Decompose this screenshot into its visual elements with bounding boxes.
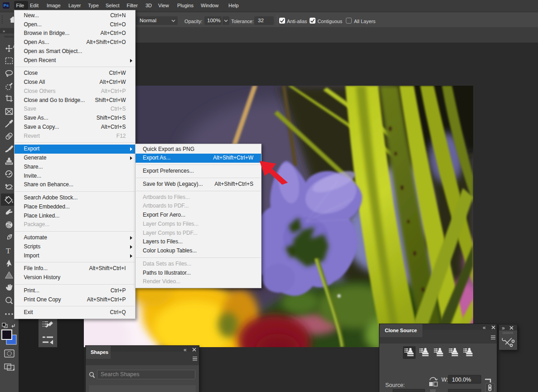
svg-text:»: » <box>3 29 5 34</box>
svg-text:100.0%: 100.0% <box>452 377 471 383</box>
svg-text:T: T <box>6 247 11 255</box>
svg-text:W:: W: <box>441 377 448 383</box>
svg-text:Source:: Source: <box>385 382 405 388</box>
